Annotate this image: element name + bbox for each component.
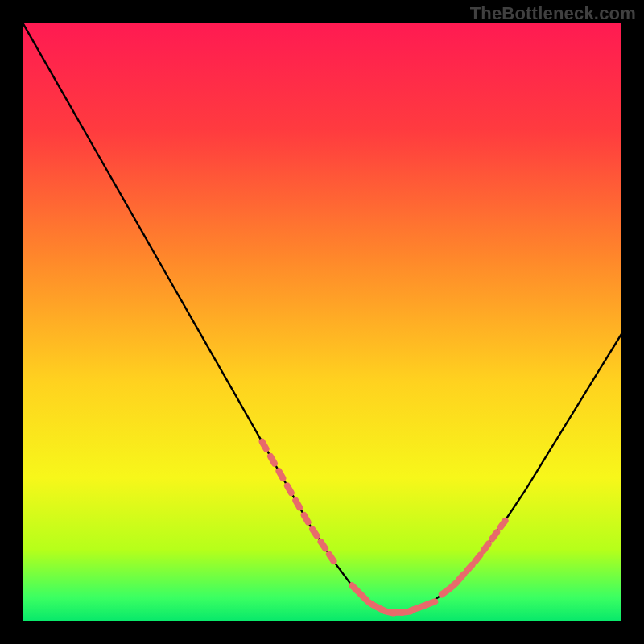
dash-segment bbox=[450, 583, 456, 588]
dash-segment bbox=[329, 555, 334, 561]
dash-segment bbox=[459, 574, 464, 580]
gradient-background bbox=[23, 23, 621, 621]
dash-segment bbox=[321, 542, 326, 548]
dash-segment bbox=[442, 590, 448, 595]
plot-area bbox=[23, 23, 621, 621]
dash-segment bbox=[270, 456, 275, 464]
chart-frame: TheBottleneck.com bbox=[0, 0, 644, 644]
bottleneck-chart bbox=[23, 23, 621, 621]
dash-segment bbox=[467, 564, 473, 570]
dash-segment bbox=[427, 601, 435, 605]
dash-segment bbox=[475, 555, 480, 561]
dash-segment bbox=[312, 529, 317, 535]
dash-segment bbox=[484, 544, 489, 551]
dash-segment bbox=[304, 515, 308, 522]
dash-segment bbox=[295, 501, 299, 508]
dash-segment bbox=[501, 521, 506, 527]
dash-segment bbox=[262, 442, 266, 449]
dash-segment bbox=[361, 594, 366, 600]
dash-segment bbox=[352, 585, 357, 591]
dash-segment bbox=[279, 471, 283, 478]
dash-segment bbox=[287, 485, 291, 493]
dash-segment bbox=[492, 532, 497, 539]
watermark-text: TheBottleneck.com bbox=[470, 3, 636, 24]
